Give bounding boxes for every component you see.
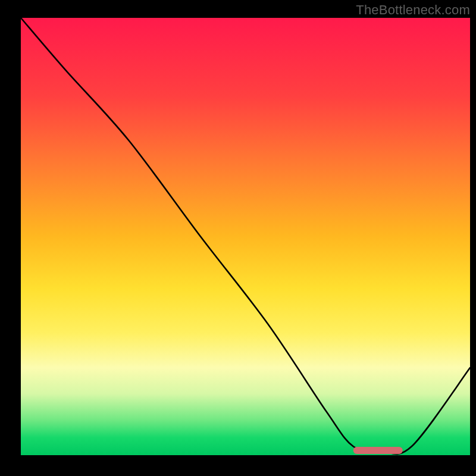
plot-area [21,18,470,455]
bottleneck-curve [21,18,470,454]
chart-svg [21,18,470,455]
optimal-range-bar [353,447,403,454]
chart-frame: TheBottleneck.com [0,0,476,476]
watermark-label: TheBottleneck.com [356,2,470,18]
